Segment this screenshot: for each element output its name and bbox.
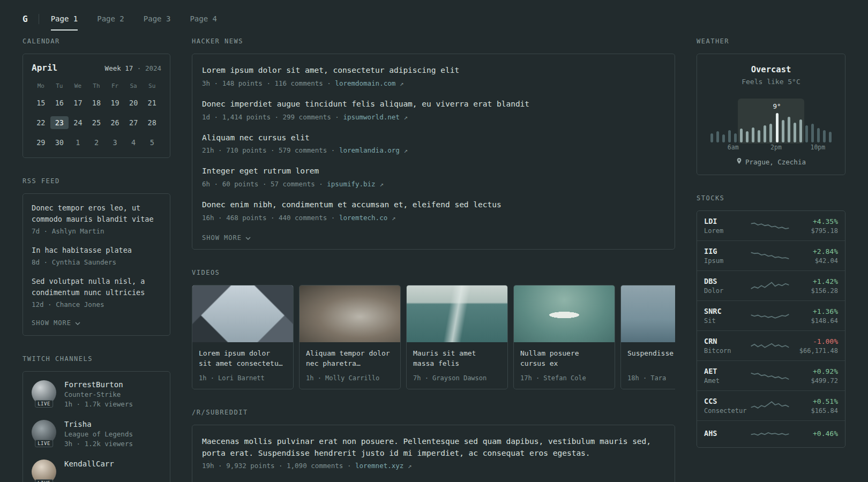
video-thumbnail[interactable] <box>621 285 675 342</box>
hackernews-item-domain[interactable]: loremlandia.org <box>339 146 400 154</box>
hackernews-item-title[interactable]: Aliquam nec cursus elit <box>202 132 665 144</box>
video-card[interactable]: Lorem ipsum dolor sit amet consectetu… 1… <box>192 285 294 389</box>
twitch-channel-row[interactable]: LIVE ForrestBurton Counter-Strike 1h · 1… <box>32 380 161 408</box>
video-thumbnail[interactable] <box>192 285 293 342</box>
external-link-icon: ↗ <box>400 79 404 87</box>
video-meta: 7h · Grayson Dawson <box>413 374 501 382</box>
subreddit-post-domain[interactable]: loremnet.xyz <box>355 462 403 470</box>
rss-item-meta: 7d · Ashlyn Martin <box>32 227 161 235</box>
calendar-day-next-month: 1 <box>69 136 87 149</box>
twitch-channel-info: Trisha League of Legends 3h · 1.2k viewe… <box>64 420 133 448</box>
hackernews-item-title[interactable]: Integer eget rutrum lorem <box>202 165 665 177</box>
stock-values: +4.35% $795.18 <box>792 217 838 235</box>
app-logo[interactable]: G <box>23 14 39 24</box>
weather-feels-like: Feels like 5°C <box>707 78 835 86</box>
tab-page-4[interactable]: Page 4 <box>190 11 217 26</box>
video-thumbnail[interactable] <box>514 285 615 342</box>
video-card[interactable]: Nullam posuere cursus ex 17h · Stefan Co… <box>513 285 615 389</box>
hackernews-item-title[interactable]: Donec imperdiet augue tincidunt felis al… <box>202 99 665 110</box>
video-title[interactable]: Suspendisse diam <box>627 348 675 370</box>
stock-row[interactable]: CRN Bitcorn -1.00% $66,171.48 <box>697 330 845 360</box>
calendar-widget: CALENDAR April Week 17 · 2024 Mo Tu We T… <box>23 37 170 158</box>
hackernews-item-domain[interactable]: ipsumify.biz <box>327 180 375 188</box>
video-card[interactable]: Mauris sit amet massa felis 7h · Grayson… <box>406 285 508 389</box>
twitch-channel-row[interactable]: LIVE KendallCarr <box>32 460 161 482</box>
stock-values: +0.46% <box>792 430 838 439</box>
page-tabs: Page 1 Page 2 Page 3 Page 4 <box>51 11 217 26</box>
rss-item-meta: 12d · Chance Jones <box>32 300 161 308</box>
rss-item-title[interactable]: Donec tempor eros leo, ut commodo mauris… <box>32 202 161 225</box>
twitch-channel-name[interactable]: Trisha <box>64 420 133 428</box>
video-title[interactable]: Mauris sit amet massa felis <box>413 348 501 370</box>
tab-page-2[interactable]: Page 2 <box>97 11 124 26</box>
stock-ticker: DBS <box>704 277 748 285</box>
rss-item-title[interactable]: Sed volutpat nulla nisl, a condimentum n… <box>32 276 161 298</box>
tab-page-3[interactable]: Page 3 <box>144 11 171 26</box>
hackernews-item-domain[interactable]: loremdomain.com <box>335 79 395 87</box>
twitch-channel-info: ForrestBurton Counter-Strike 1h · 1.7k v… <box>64 380 133 408</box>
meta-text: 19h · 9,932 points · 1,090 comments · <box>202 462 355 470</box>
twitch-card: LIVE ForrestBurton Counter-Strike 1h · 1… <box>23 371 170 482</box>
calendar-section-title: CALENDAR <box>23 37 170 45</box>
calendar-year: 2024 <box>145 64 161 72</box>
hackernews-item: Lorem ipsum dolor sit amet, consectetur … <box>202 65 665 87</box>
stock-id: SNRC Sit <box>704 307 748 325</box>
video-card[interactable]: Aliquam tempor dolor nec pharetra… 1h · … <box>299 285 401 389</box>
stock-change: +0.46% <box>792 430 838 438</box>
videos-row: Lorem ipsum dolor sit amet consectetu… 1… <box>192 285 675 389</box>
hackernews-item-domain[interactable]: loremtech.co <box>339 214 387 222</box>
rss-show-more-button[interactable]: SHOW MORE <box>32 319 80 327</box>
stock-row[interactable]: LDI Lorem +4.35% $795.18 <box>697 211 845 240</box>
calendar-day: 21 <box>143 96 161 109</box>
weather-temp-label: 9° <box>773 102 781 110</box>
middle-column: HACKER NEWS Lorem ipsum dolor sit amet, … <box>192 37 675 482</box>
video-title[interactable]: Lorem ipsum dolor sit amet consectetu… <box>199 348 287 370</box>
calendar-week: Week 17 <box>105 64 133 72</box>
right-column: WEATHER Overcast Feels like 5°C 9° 6am 2… <box>697 37 845 467</box>
calendar-day: 25 <box>87 116 106 129</box>
hackernews-item-meta: 6h · 60 points · 57 comments · ipsumify.… <box>202 180 665 188</box>
stock-row[interactable]: SNRC Sit +1.36% $148.64 <box>697 300 845 330</box>
weekday-label: Mo <box>32 82 50 89</box>
rss-item: Sed volutpat nulla nisl, a condimentum n… <box>32 276 161 308</box>
subreddit-post: Maecenas mollis pulvinar erat non posuer… <box>202 436 665 470</box>
stock-id: AET Amet <box>704 367 748 385</box>
video-card[interactable]: Suspendisse diam 18h · Tara <box>620 285 675 389</box>
stock-row[interactable]: DBS Dolor +1.42% $156.28 <box>697 270 845 300</box>
hackernews-section-title: HACKER NEWS <box>192 37 675 45</box>
tab-page-1[interactable]: Page 1 <box>51 11 78 26</box>
weekday-label: Sa <box>124 82 143 89</box>
stock-change: +0.92% <box>792 367 838 375</box>
subreddit-post-title[interactable]: Maecenas mollis pulvinar erat non posuer… <box>202 436 665 460</box>
twitch-channel-name[interactable]: ForrestBurton <box>64 380 133 389</box>
stock-row[interactable]: CCS Consectetur +0.51% $165.84 <box>697 390 845 420</box>
external-link-icon: ↗ <box>408 462 412 470</box>
stock-row[interactable]: AHS +0.46% <box>697 420 845 447</box>
calendar-day: 29 <box>32 136 50 149</box>
stock-values: -1.00% $66,171.48 <box>792 337 838 355</box>
time-label: 10pm <box>810 144 825 151</box>
video-body: Suspendisse diam 18h · Tara <box>621 342 675 389</box>
twitch-channel-name[interactable]: KendallCarr <box>64 460 114 468</box>
hackernews-item-domain[interactable]: ipsumworld.net <box>343 113 399 121</box>
stock-row[interactable]: AET Amet +0.92% $499.72 <box>697 360 845 390</box>
stock-sparkline <box>750 219 790 233</box>
video-thumbnail[interactable] <box>407 285 507 342</box>
hackernews-item-title[interactable]: Lorem ipsum dolor sit amet, consectetur … <box>202 65 665 77</box>
video-thumbnail[interactable] <box>300 285 400 342</box>
video-title[interactable]: Aliquam tempor dolor nec pharetra… <box>306 348 394 370</box>
external-link-icon: ↗ <box>392 214 396 222</box>
stock-row[interactable]: IIG Ipsum +2.84% $42.04 <box>697 240 845 270</box>
separator-dot: · <box>137 64 141 72</box>
hackernews-item: Donec imperdiet augue tincidunt felis al… <box>202 99 665 121</box>
hackernews-item-title[interactable]: Donec enim nibh, condimentum et accumsan… <box>202 199 665 211</box>
rss-item-title[interactable]: In hac habitasse platea <box>32 245 161 256</box>
twitch-channel-row[interactable]: LIVE Trisha League of Legends 3h · 1.2k … <box>32 420 161 448</box>
video-title[interactable]: Nullam posuere cursus ex <box>520 348 608 370</box>
calendar-day: 22 <box>32 116 50 129</box>
hackernews-show-more-button[interactable]: SHOW MORE <box>202 234 251 242</box>
calendar-header: April Week 17 · 2024 <box>32 63 161 73</box>
weekday-label: Su <box>143 82 161 89</box>
live-badge: LIVE <box>35 400 53 408</box>
location-pin-icon <box>736 157 742 166</box>
